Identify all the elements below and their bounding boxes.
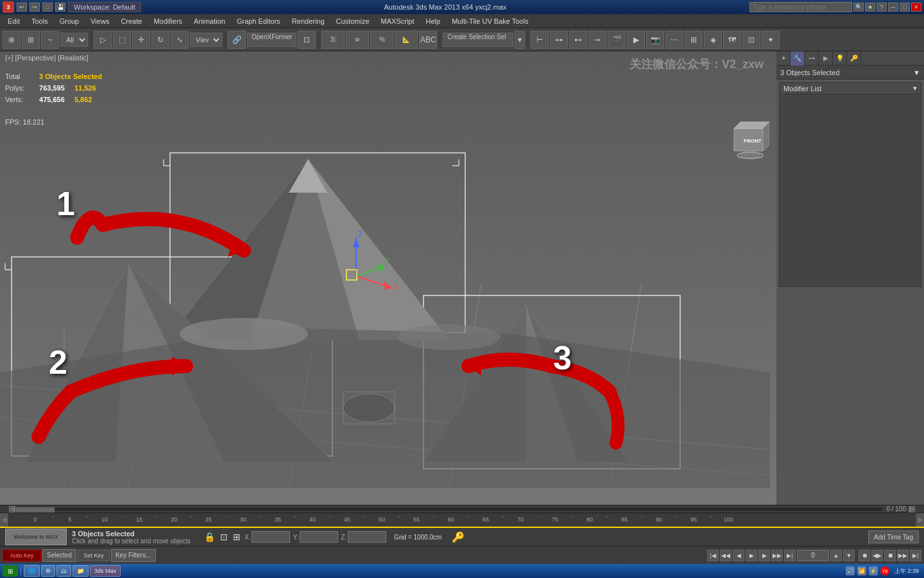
menu-edit[interactable]: Edit xyxy=(3,16,25,26)
rec-btn[interactable]: ⏺ xyxy=(859,550,870,561)
utilities-btn[interactable]: ⊸ xyxy=(588,31,606,49)
menu-views[interactable]: Views xyxy=(85,16,114,26)
undo-btn[interactable]: ↩ xyxy=(17,3,27,12)
scale-btn[interactable]: ⤡ xyxy=(171,31,189,49)
extra-btn-1[interactable]: ⊡ xyxy=(742,31,760,49)
taskbar-item-2[interactable]: ⚙ xyxy=(41,565,55,577)
render-frame-btn[interactable]: 📷 xyxy=(646,31,664,49)
star-icon[interactable]: ★ xyxy=(865,3,875,12)
select-mode-icon[interactable]: ⊕ xyxy=(3,31,21,49)
ruler-right-btn[interactable]: ▷ xyxy=(915,513,924,527)
menu-maxscript[interactable]: MAXScript xyxy=(376,16,420,26)
select-region-icon[interactable]: ⊞ xyxy=(22,31,40,49)
prev-key-btn[interactable]: ◀◀ xyxy=(720,550,732,561)
timeline-thumb[interactable] xyxy=(16,507,55,512)
x-input[interactable] xyxy=(252,531,290,543)
menu-rendering[interactable]: Rendering xyxy=(287,16,330,26)
display-btn[interactable]: ⊷ xyxy=(569,31,587,49)
z-input[interactable] xyxy=(348,531,386,543)
openxformer-btn[interactable]: OpenXFormer xyxy=(247,33,296,47)
frame-up-btn[interactable]: ▲ xyxy=(830,550,842,561)
create-tab[interactable]: ✦ xyxy=(776,51,791,66)
play-bk-btn[interactable]: ◀▶ xyxy=(871,550,883,561)
hierarchy-tab[interactable]: ⊶ xyxy=(805,51,819,66)
close-btn[interactable]: ✕ xyxy=(911,3,921,12)
frame-down-btn[interactable]: ▼ xyxy=(843,550,855,561)
panel-expand-btn[interactable]: ▼ xyxy=(913,69,920,76)
view-dropdown[interactable]: View xyxy=(190,33,222,47)
search-input[interactable] xyxy=(749,2,852,12)
menu-customize[interactable]: Customize xyxy=(331,16,375,26)
pct-btn[interactable]: % xyxy=(370,31,393,49)
search-icon[interactable]: 🔍 xyxy=(853,3,864,12)
lock-x-icon[interactable]: 🔒 xyxy=(204,532,215,542)
named-sel-btn[interactable]: ABC xyxy=(419,31,437,49)
endframe-btn[interactable]: ▶| xyxy=(910,550,921,561)
select-btn[interactable]: ▷ xyxy=(94,31,112,49)
autokey-btn[interactable]: Auto Key xyxy=(3,550,41,561)
extra-btn-2[interactable]: ✦ xyxy=(762,31,780,49)
utilities-tab[interactable]: 🔑 xyxy=(847,51,861,66)
map-btn[interactable]: 🗺 xyxy=(723,31,741,49)
display-tab[interactable]: 💡 xyxy=(833,51,847,66)
viewport-area[interactable]: [+] [Perspective] [Realistic] 关注微信公众号：V2… xyxy=(0,51,776,578)
minimize-btn[interactable]: ─ xyxy=(888,3,898,12)
timeline-track[interactable] xyxy=(15,507,884,512)
play-btn[interactable]: ▶ xyxy=(746,550,757,561)
toolbar-icon-2[interactable]: 💾 xyxy=(55,3,65,12)
layer-btn[interactable]: ⊞ xyxy=(685,31,703,49)
taskbar-3dsmax[interactable]: 3ds Max xyxy=(90,565,121,577)
notification-badge[interactable]: 78 xyxy=(880,566,889,575)
workspace-label[interactable]: Workspace: Default xyxy=(68,2,141,12)
menu-graph-editors[interactable]: Graph Editors xyxy=(232,16,286,26)
move-btn[interactable]: ✛ xyxy=(132,31,150,49)
select-region-btn[interactable]: ⬚ xyxy=(113,31,131,49)
taskbar-item-4[interactable]: 📁 xyxy=(73,565,89,577)
next-key-btn[interactable]: ▶▶ xyxy=(771,550,783,561)
prev-frame-btn[interactable]: ◀ xyxy=(733,550,744,561)
filter-dropdown[interactable]: All xyxy=(60,33,88,47)
sys-tray-icon-1[interactable]: 🔊 xyxy=(846,566,855,575)
playall-btn[interactable]: ▶▶ xyxy=(897,550,909,561)
help-icon[interactable]: ? xyxy=(877,3,887,12)
autokey-status[interactable]: Selected xyxy=(42,549,76,562)
snap-btn[interactable]: 📐 xyxy=(395,31,418,49)
menu-tools[interactable]: Tools xyxy=(26,16,53,26)
sys-tray-icon-3[interactable]: ⚡ xyxy=(869,566,878,575)
menu-modifiers[interactable]: Modifiers xyxy=(148,16,187,26)
material-btn[interactable]: ◈ xyxy=(704,31,722,49)
menu-create[interactable]: Create xyxy=(116,16,147,26)
lock-z-icon[interactable]: ⊞ xyxy=(233,532,241,542)
taskbar-item-3[interactable]: 🗂 xyxy=(56,565,71,577)
menu-multitile[interactable]: Multi-Tile UV Bake Tools xyxy=(447,16,533,26)
modifier-list-dropdown[interactable]: Modifier List ▾ xyxy=(779,82,921,94)
modify-tab[interactable]: 🔧 xyxy=(791,51,805,66)
menu-help[interactable]: Help xyxy=(421,16,446,26)
rotate-btn[interactable]: ↻ xyxy=(151,31,169,49)
add-time-tag-btn[interactable]: Add Time Tag xyxy=(868,530,919,543)
stop-btn[interactable]: ⏹ xyxy=(884,550,896,561)
next-frame-btn[interactable]: ▶ xyxy=(758,550,770,561)
lock-y-icon[interactable]: ⊡ xyxy=(220,532,228,542)
more-render-btns[interactable]: ⋯ xyxy=(665,31,683,49)
y-input[interactable] xyxy=(300,531,338,543)
hierarchy-btn[interactable]: ⊢ xyxy=(531,31,549,49)
xformer-icon[interactable]: ⊡ xyxy=(298,31,316,49)
render-btn[interactable]: ▶ xyxy=(627,31,645,49)
go-end-btn[interactable]: ▶| xyxy=(784,550,796,561)
deg-2-btn[interactable]: ⭘ xyxy=(346,31,369,49)
key-filters-btn[interactable]: Key Filters... xyxy=(111,549,156,562)
view-cube[interactable]: FRONT xyxy=(728,116,766,154)
link-btn[interactable]: 🔗 xyxy=(228,31,246,49)
time-input[interactable]: 0 xyxy=(797,550,829,561)
menu-group[interactable]: Group xyxy=(55,16,85,26)
tl-right-arrow[interactable]: ▷ xyxy=(909,506,915,512)
start-btn[interactable]: ⊞ xyxy=(3,565,18,577)
deg-1-btn[interactable]: 3⃣ xyxy=(321,31,345,49)
create-sel-dropdown[interactable]: ▾ xyxy=(515,31,525,49)
tl-left-arrow[interactable]: ◁ xyxy=(9,506,15,512)
motion-btn[interactable]: ⊶ xyxy=(550,31,568,49)
timeline-scrollbar[interactable]: ◁ 0 / 100 ▷ xyxy=(0,505,924,512)
setkey-btn[interactable]: Set Key xyxy=(78,550,110,561)
menu-animation[interactable]: Animation xyxy=(189,16,230,26)
